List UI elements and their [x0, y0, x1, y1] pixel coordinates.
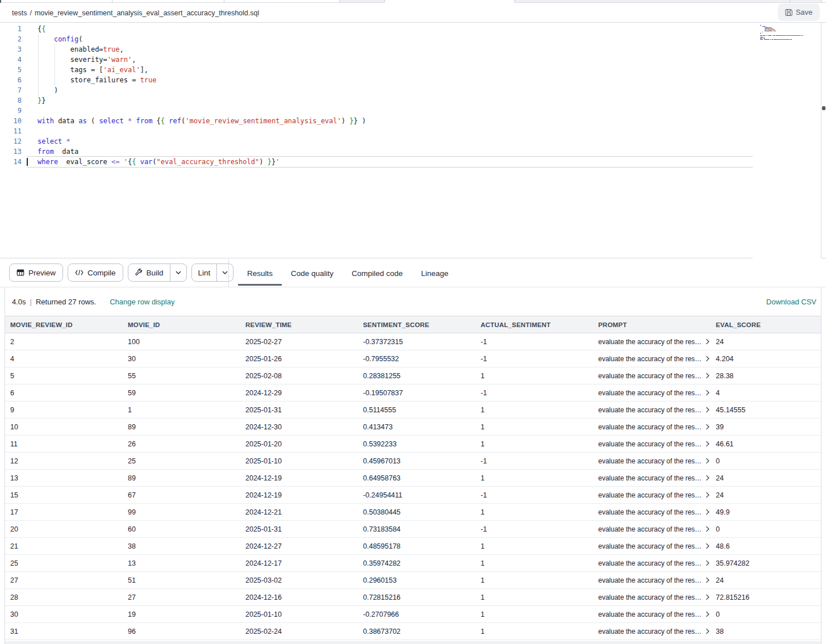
- minimap-line: [776, 39, 790, 40]
- prompt-text: evaluate the accuracy of the res…: [598, 542, 702, 550]
- expand-prompt-icon[interactable]: [706, 492, 710, 498]
- horizontal-scrollbar[interactable]: [5, 641, 821, 644]
- editor-minimap[interactable]: [753, 23, 821, 258]
- expand-prompt-icon[interactable]: [706, 560, 710, 566]
- compile-button[interactable]: Compile: [68, 264, 123, 282]
- table-cell: 13: [5, 470, 123, 486]
- column-header: PROMPT: [593, 316, 711, 333]
- expand-prompt-icon[interactable]: [706, 390, 710, 396]
- prompt-text: evaluate the accuracy of the res…: [598, 372, 702, 380]
- code-line[interactable]: with data as ( select * from {{ ref('mov…: [37, 116, 366, 126]
- editor-lines[interactable]: {{ config( enabled=true, severity='warn'…: [37, 24, 366, 167]
- expand-prompt-icon[interactable]: [706, 509, 710, 515]
- expand-prompt-icon[interactable]: [706, 526, 710, 532]
- expand-prompt-icon[interactable]: [706, 356, 710, 362]
- tab-code-quality[interactable]: Code quality: [282, 259, 343, 287]
- minimap-line: [773, 31, 773, 31]
- code-line[interactable]: config(: [37, 34, 366, 44]
- expand-prompt-icon[interactable]: [706, 628, 710, 634]
- table-row: 31962025-02-240.386737021evaluate the ac…: [5, 623, 821, 640]
- code-line[interactable]: }}: [37, 95, 366, 106]
- minimap-line: [760, 37, 764, 37]
- table-cell: 1: [123, 402, 240, 418]
- tab-lineage[interactable]: Lineage: [412, 259, 457, 287]
- eval-score-cell: 0: [711, 521, 821, 537]
- tab-results[interactable]: Results: [238, 259, 282, 287]
- line-number: 6: [0, 75, 22, 85]
- breadcrumb-folder[interactable]: tests: [12, 9, 27, 17]
- code-line[interactable]: from data: [37, 147, 366, 157]
- code-line[interactable]: [37, 126, 366, 136]
- code-line[interactable]: select *: [37, 136, 366, 147]
- prompt-cell: evaluate the accuracy of the res…: [593, 555, 711, 571]
- code-line[interactable]: severity='warn',: [37, 55, 366, 65]
- table-row: 11262025-01-200.53922331evaluate the acc…: [5, 436, 821, 453]
- table-cell: 2025-01-31: [240, 402, 358, 418]
- prompt-cell: evaluate the accuracy of the res…: [593, 367, 711, 384]
- expand-prompt-icon[interactable]: [706, 475, 710, 481]
- result-tabs: ResultsCode qualityCompiled codeLineage: [229, 259, 457, 287]
- download-csv-link[interactable]: Download CSV: [766, 287, 816, 316]
- code-line[interactable]: tags = ['ai_eval'],: [37, 65, 366, 75]
- minimap-line: [769, 30, 774, 30]
- build-dropdown-button[interactable]: [170, 264, 186, 281]
- code-line[interactable]: where eval_score <= '{{ var("eval_accura…: [37, 157, 366, 167]
- expand-prompt-icon[interactable]: [706, 407, 710, 413]
- prompt-cell: evaluate the accuracy of the res…: [593, 623, 711, 639]
- prompt-text: evaluate the accuracy of the res…: [598, 457, 702, 465]
- table-cell: 1: [475, 402, 593, 418]
- table-cell: 0.64958763: [358, 470, 475, 486]
- table-cell: -0.24954411: [358, 487, 475, 503]
- tab-compiled-code[interactable]: Compiled code: [343, 259, 412, 287]
- expand-prompt-icon[interactable]: [706, 424, 710, 430]
- eval-score-cell: 4: [711, 384, 821, 401]
- lint-button[interactable]: Lint: [192, 264, 217, 281]
- prompt-text: evaluate the accuracy of the res…: [598, 406, 702, 414]
- expand-prompt-icon[interactable]: [706, 611, 710, 617]
- expand-prompt-icon[interactable]: [706, 373, 710, 379]
- table-cell: 12: [5, 453, 123, 469]
- table-row: 27512025-03-020.29601531evaluate the acc…: [5, 572, 821, 589]
- code-line[interactable]: store_failures = true: [37, 75, 366, 85]
- expand-prompt-icon[interactable]: [706, 577, 710, 583]
- line-number: 10: [0, 116, 22, 126]
- expand-prompt-icon[interactable]: [706, 441, 710, 447]
- code-line[interactable]: {{: [37, 24, 366, 34]
- prompt-cell: evaluate the accuracy of the res…: [593, 333, 711, 350]
- table-cell: 55: [123, 367, 240, 384]
- code-line[interactable]: ): [37, 85, 366, 95]
- expand-prompt-icon[interactable]: [706, 338, 710, 345]
- top-tab-strip: [0, 0, 826, 2]
- table-row: 17992024-12-210.503804451evaluate the ac…: [5, 504, 821, 521]
- table-cell: 17: [5, 504, 123, 520]
- minimap-line: [765, 27, 769, 28]
- results-table-header: MOVIE_REVIEW_IDMOVIE_IDREVIEW_TIMESENTIM…: [5, 316, 821, 333]
- code-icon: [75, 269, 84, 276]
- table-cell: 2024-12-30: [240, 419, 358, 435]
- table-cell: 2025-01-20: [240, 436, 358, 452]
- minimap-line: [771, 27, 771, 28]
- eval-score-cell: 72.815216: [711, 589, 821, 605]
- preview-button[interactable]: Preview: [9, 264, 63, 282]
- tab-divider: [821, 0, 822, 2]
- expand-prompt-icon[interactable]: [706, 594, 710, 600]
- table-icon: [16, 269, 24, 277]
- eval-score-cell: 49.9: [711, 504, 821, 520]
- table-cell: 15: [5, 487, 123, 503]
- change-row-display-link[interactable]: Change row display: [110, 298, 174, 306]
- table-row: 12252025-01-100.45967013-1evaluate the a…: [5, 453, 821, 470]
- scrollbar-thumb[interactable]: [822, 106, 825, 110]
- minimap-line: [789, 39, 790, 40]
- code-editor[interactable]: 1234567891011121314 {{ config( enabled=t…: [0, 23, 826, 258]
- minimap-line: [765, 30, 767, 30]
- expand-prompt-icon[interactable]: [706, 458, 710, 464]
- save-button[interactable]: Save: [778, 3, 820, 21]
- code-line[interactable]: enabled=true,: [37, 44, 366, 55]
- build-button[interactable]: Build: [128, 264, 170, 281]
- table-cell: 2025-01-10: [240, 453, 358, 469]
- results-table-body: 21002025-02-27-0.37372315-1evaluate the …: [5, 333, 821, 640]
- prompt-text: evaluate the accuracy of the res…: [598, 440, 702, 448]
- table-cell: 0.5392233: [358, 436, 475, 452]
- code-line[interactable]: [37, 106, 366, 116]
- expand-prompt-icon[interactable]: [706, 543, 710, 549]
